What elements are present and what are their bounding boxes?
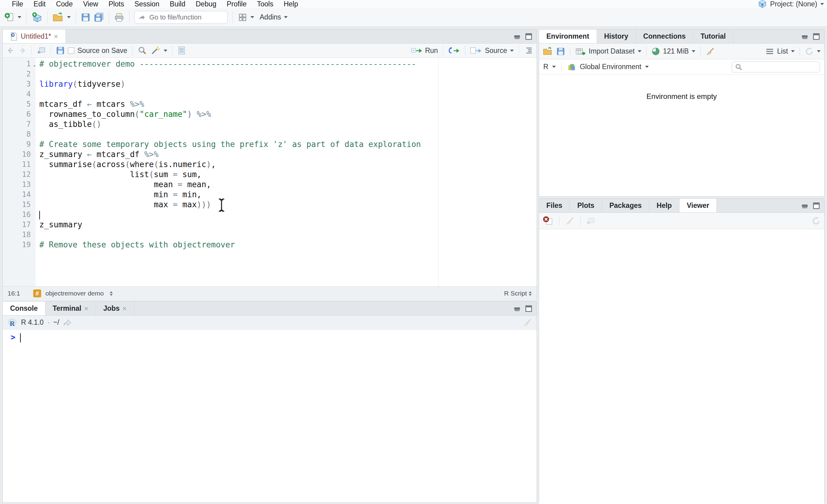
file-type-spinner-icon[interactable] (529, 291, 532, 296)
panes-menu-caret[interactable] (250, 16, 254, 18)
code-editor[interactable]: 1▾# objectremover demo -----------------… (3, 58, 537, 286)
code-tools-wand-icon[interactable] (150, 46, 160, 55)
language-selector[interactable]: R (543, 63, 548, 71)
environment-search-box[interactable] (732, 61, 820, 72)
menu-item-debug[interactable]: Debug (190, 0, 222, 8)
code-line[interactable]: 4 (3, 89, 537, 99)
document-outline-icon[interactable] (524, 46, 533, 55)
source-menu-caret[interactable] (510, 50, 514, 52)
code-line[interactable]: 16 (3, 210, 537, 220)
find-replace-icon[interactable] (137, 46, 147, 55)
file-type-label[interactable]: R Script (504, 290, 527, 297)
tab-help[interactable]: Help (649, 199, 680, 213)
open-file-icon[interactable] (52, 12, 64, 22)
minimize-pane-icon[interactable] (514, 34, 521, 40)
tab-connections[interactable]: Connections (636, 30, 693, 43)
run-button[interactable]: Run (425, 47, 438, 55)
tab-files[interactable]: Files (539, 199, 570, 213)
tab-packages[interactable]: Packages (602, 199, 649, 213)
code-line[interactable]: 14 min = min, (3, 189, 537, 200)
minimize-pane-icon[interactable] (801, 34, 809, 40)
forward-icon[interactable] (18, 47, 27, 54)
code-line[interactable]: 12 list(sum = sum, (3, 170, 537, 179)
list-view-label[interactable]: List (777, 47, 788, 55)
close-icon[interactable]: × (84, 304, 88, 313)
tab-viewer[interactable]: Viewer (680, 199, 717, 213)
source-on-save-checkbox[interactable] (68, 48, 75, 54)
menu-item-plots[interactable]: Plots (103, 0, 129, 8)
clear-console-broom-icon[interactable] (523, 318, 532, 328)
maximize-pane-icon[interactable] (813, 33, 820, 40)
open-directory-icon[interactable] (63, 319, 71, 326)
open-in-new-window-icon[interactable] (37, 46, 46, 55)
refresh-caret[interactable] (817, 50, 821, 52)
code-line[interactable]: 7 as_tibble() (3, 119, 537, 129)
code-line[interactable]: 5mtcars_df ← mtcars %>% (3, 99, 537, 109)
menu-item-session[interactable]: Session (129, 0, 164, 8)
code-line[interactable]: 1▾# objectremover demo -----------------… (3, 59, 537, 69)
project-selector[interactable]: R Project: (None) (758, 0, 827, 8)
code-line[interactable]: 6 rownames_to_column("car_name") %>% (3, 109, 537, 119)
clear-viewer-broom-icon[interactable] (565, 216, 575, 226)
save-icon[interactable] (56, 46, 65, 55)
open-recent-caret[interactable] (67, 16, 71, 18)
new-project-icon[interactable] (32, 12, 42, 23)
refresh-icon[interactable] (812, 216, 821, 226)
code-line[interactable]: 11 summarise(across(where(is.numeric), (3, 160, 537, 170)
compile-report-icon[interactable] (177, 46, 186, 55)
environment-search-input[interactable] (745, 63, 816, 71)
code-line[interactable]: 3library(tidyverse) (3, 79, 537, 89)
code-line[interactable]: 17z_summary (3, 220, 537, 230)
tab-environment[interactable]: Environment (539, 30, 597, 43)
menu-item-build[interactable]: Build (164, 0, 190, 8)
save-icon[interactable] (81, 12, 91, 22)
import-dataset-caret[interactable] (638, 50, 641, 52)
maximize-pane-icon[interactable] (525, 305, 532, 312)
code-line[interactable]: 13 mean = mean, (3, 179, 537, 189)
save-workspace-icon[interactable] (556, 47, 565, 56)
tab-untitled1[interactable]: R Untitled1* × (3, 30, 66, 43)
stop-viewer-icon[interactable] (543, 216, 554, 226)
new-file-menu-caret[interactable] (18, 16, 21, 18)
memory-caret[interactable] (692, 50, 695, 52)
goto-file-function-box[interactable] (134, 11, 228, 24)
menu-item-code[interactable]: Code (51, 0, 78, 8)
code-line[interactable]: 2 (3, 69, 537, 79)
section-name[interactable]: objectremover demo (45, 290, 104, 297)
code-line[interactable]: 10z_summary ← mtcars_df %>% (3, 150, 537, 160)
close-icon[interactable]: × (54, 32, 58, 41)
addins-caret[interactable] (284, 16, 288, 18)
console-body[interactable]: > (3, 330, 537, 342)
menu-item-file[interactable]: File (7, 0, 28, 8)
scope-caret[interactable] (645, 66, 649, 68)
maximize-pane-icon[interactable] (525, 33, 532, 40)
panes-grid-icon[interactable] (238, 12, 247, 22)
tab-jobs[interactable]: Jobs× (96, 301, 134, 315)
import-dataset-button[interactable]: Import Dataset (589, 47, 635, 55)
memory-usage-label[interactable]: 121 MiB (663, 47, 689, 55)
menu-item-view[interactable]: View (78, 0, 103, 8)
menu-item-help[interactable]: Help (279, 0, 303, 8)
minimize-pane-icon[interactable] (801, 203, 809, 209)
refresh-icon[interactable] (805, 47, 814, 56)
scope-selector[interactable]: Global Environment (580, 63, 641, 71)
tab-tutorial[interactable]: Tutorial (693, 30, 733, 43)
section-spinner-icon[interactable] (110, 291, 113, 296)
tab-console[interactable]: Console (3, 301, 45, 315)
goto-file-input[interactable] (149, 13, 211, 21)
source-button[interactable]: Source (485, 47, 507, 55)
clear-environment-broom-icon[interactable] (706, 47, 715, 56)
language-caret[interactable] (552, 66, 556, 68)
code-line[interactable]: 18 (3, 230, 537, 240)
print-icon[interactable] (114, 12, 124, 22)
tab-plots[interactable]: Plots (570, 199, 602, 213)
code-tools-caret[interactable] (164, 50, 167, 52)
close-icon[interactable]: × (123, 304, 127, 313)
save-all-icon[interactable] (94, 12, 104, 22)
menu-item-tools[interactable]: Tools (252, 0, 279, 8)
addins-label[interactable]: Addins (260, 13, 281, 21)
menu-item-profile[interactable]: Profile (222, 0, 252, 8)
new-file-icon[interactable] (4, 12, 15, 22)
list-view-caret[interactable] (791, 50, 795, 52)
code-line[interactable]: 9# Create some temporary objects using t… (3, 139, 537, 150)
